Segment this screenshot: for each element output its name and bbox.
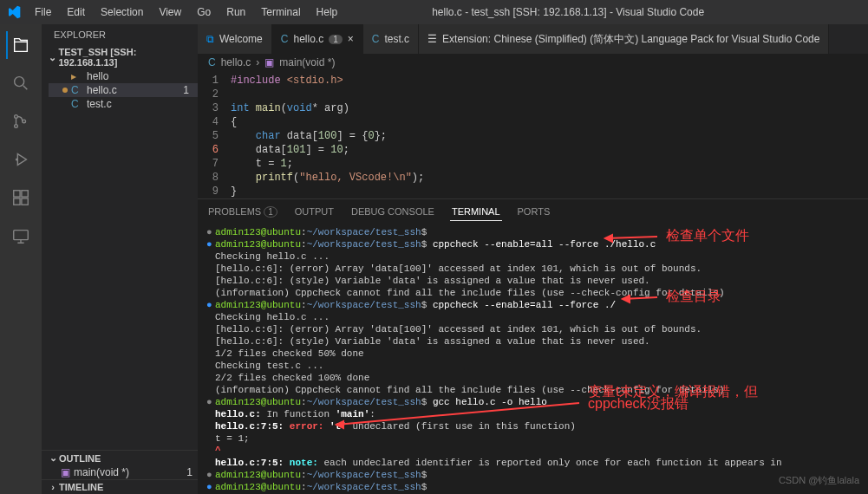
svg-point-2 (15, 125, 18, 128)
folder-icon: ▸ (71, 70, 83, 82)
menu-selection[interactable]: Selection (94, 4, 150, 20)
debug-icon[interactable] (7, 146, 35, 173)
title-bar: FileEditSelectionViewGoRunTerminalHelp h… (0, 0, 868, 24)
code-editor[interactable]: 123456789 #include <stdio.h>int main(voi… (198, 72, 868, 198)
menu-go[interactable]: Go (190, 4, 218, 20)
c-file-icon: C (208, 56, 216, 68)
panel-tab-debug-console[interactable]: DEBUG CONSOLE (349, 203, 436, 221)
chevron-right-icon: › (47, 482, 59, 492)
editor-tab[interactable]: ☰Extension: Chinese (Simplified) (简体中文) … (419, 24, 829, 54)
editor-tab[interactable]: Chello.c1× (272, 24, 363, 54)
file-item[interactable]: Chello.c1 (49, 83, 198, 97)
vscode-icon: ⧉ (206, 33, 214, 45)
editor-tab[interactable]: ⧉Welcome (198, 24, 272, 54)
extensions-icon[interactable] (7, 184, 35, 211)
file-item[interactable]: Ctest.c (49, 97, 198, 111)
c-file-icon: C (281, 33, 289, 45)
outline-item[interactable]: ▣ main(void *) 1 (42, 465, 198, 479)
svg-rect-8 (22, 198, 28, 205)
workspace-header[interactable]: ⌄ TEST_SSH [SSH: 192.168.1.13] (42, 45, 198, 69)
menu-help[interactable]: Help (310, 4, 345, 20)
timeline-header[interactable]: › TIMELINE (42, 479, 198, 494)
editor-area: ⧉WelcomeChello.c1×Ctest.c☰Extension: Chi… (198, 24, 868, 494)
menu-terminal[interactable]: Terminal (254, 4, 307, 20)
chevron-down-icon: ⌄ (47, 452, 59, 464)
panel-tab-ports[interactable]: PORTS (516, 203, 552, 221)
bottom-panel: PROBLEMS1OUTPUTDEBUG CONSOLETERMINALPORT… (198, 198, 868, 494)
annotation: 检查目录 (666, 290, 721, 302)
chevron-down-icon: ⌄ (47, 52, 58, 63)
annotation: 变量t未定义，编译报错，但cppcheck没报错 (588, 386, 758, 410)
c-file-icon: C (71, 98, 83, 110)
svg-point-0 (15, 77, 24, 87)
c-file-icon: C (372, 33, 380, 45)
menu-bar: FileEditSelectionViewGoRunTerminalHelp (28, 4, 344, 20)
svg-rect-7 (14, 198, 20, 205)
svg-rect-9 (14, 231, 29, 240)
symbol-icon: ▣ (61, 466, 70, 478)
file-tree: ▸helloChello.c1Ctest.c (42, 69, 198, 111)
search-icon[interactable] (7, 69, 35, 97)
close-icon[interactable]: × (348, 33, 354, 45)
menu-view[interactable]: View (152, 4, 188, 20)
menu-edit[interactable]: Edit (60, 4, 92, 20)
editor-tab[interactable]: Ctest.c (363, 24, 419, 54)
activity-bar (0, 24, 42, 494)
extension-icon: ☰ (427, 33, 437, 45)
panel-tab-terminal[interactable]: TERMINAL (450, 203, 502, 221)
menu-run[interactable]: Run (219, 4, 252, 20)
watermark: CSDN @钓鱼lalala (779, 474, 859, 487)
c-file-icon: C (71, 84, 83, 96)
outline-header[interactable]: ⌄ OUTLINE (42, 450, 198, 465)
file-item[interactable]: ▸hello (49, 69, 198, 83)
explorer-icon[interactable] (6, 31, 34, 59)
sidebar-title: EXPLORER (42, 24, 198, 45)
vscode-logo-icon (7, 5, 21, 19)
panel-tabs: PROBLEMS1OUTPUTDEBUG CONSOLETERMINALPORT… (198, 199, 868, 221)
svg-point-1 (15, 115, 18, 119)
symbol-icon: ▣ (264, 56, 274, 68)
svg-rect-5 (14, 191, 20, 197)
menu-file[interactable]: File (28, 4, 58, 20)
annotation: 检查单个文件 (666, 230, 749, 242)
panel-tab-output[interactable]: OUTPUT (293, 203, 336, 221)
terminal-output[interactable]: ●admin123@ubuntu:~/workspace/test_ssh$ ●… (198, 221, 868, 494)
chevron-right-icon: › (256, 56, 259, 68)
svg-point-4 (16, 159, 18, 160)
remote-explorer-icon[interactable] (7, 222, 35, 250)
sidebar: EXPLORER ⌄ TEST_SSH [SSH: 192.168.1.13] … (42, 24, 198, 494)
source-control-icon[interactable] (7, 107, 35, 135)
breadcrumb[interactable]: C hello.c › ▣ main(void *) (198, 54, 868, 72)
panel-tab-problems[interactable]: PROBLEMS1 (206, 203, 279, 221)
svg-rect-6 (22, 191, 28, 197)
editor-tabs: ⧉WelcomeChello.c1×Ctest.c☰Extension: Chi… (198, 24, 868, 54)
window-title: hello.c - test_ssh [SSH: 192.168.1.13] -… (344, 6, 792, 18)
